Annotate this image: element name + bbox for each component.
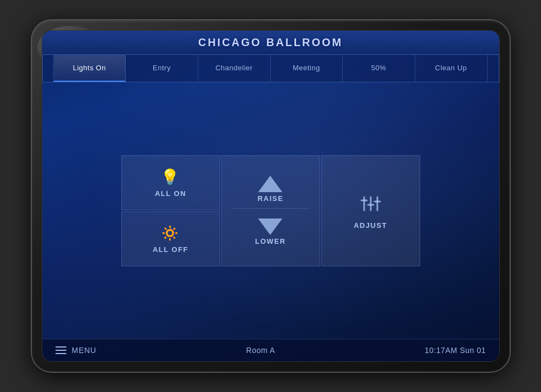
tab-spacer-right — [488, 55, 499, 82]
bulb-on-icon: 💡 — [160, 168, 181, 186]
adjust-button[interactable]: ADJUST — [321, 155, 420, 266]
menu-icon — [55, 346, 66, 354]
footer: MENU Room A 10:17AM Sun 01 — [42, 339, 499, 361]
tab-spacer-left — [43, 55, 54, 82]
tab-meeting[interactable]: Meeting — [271, 55, 343, 82]
raise-lower-control[interactable]: RAISE LOWER — [221, 155, 320, 266]
lower-arrow-icon — [258, 219, 282, 235]
screen-header: CHICAGO BALLROOM — [42, 31, 499, 55]
raise-arrow-icon — [258, 176, 282, 192]
all-off-button[interactable]: 🔅 ALL OFF — [121, 211, 220, 266]
tab-chandelier[interactable]: Chandelier — [198, 55, 271, 82]
raise-label: RAISE — [258, 194, 283, 203]
page-title: CHICAGO BALLROOM — [42, 36, 499, 49]
menu-button[interactable]: MENU — [55, 346, 97, 355]
all-on-button[interactable]: 💡 ALL ON — [121, 155, 220, 210]
sliders-svg — [359, 192, 383, 216]
adjust-icon — [359, 192, 383, 216]
tab-50pct[interactable]: 50% — [343, 55, 415, 82]
raise-part: RAISE — [231, 176, 309, 209]
tab-lights-on[interactable]: Lights On — [54, 55, 126, 82]
device-frame: CHICAGO BALLROOM Lights On Entry Chandel… — [32, 20, 510, 372]
bulb-off-icon: 🔅 — [160, 224, 181, 242]
all-off-label: ALL OFF — [153, 245, 188, 254]
menu-line-3 — [55, 353, 66, 354]
screen: CHICAGO BALLROOM Lights On Entry Chandel… — [42, 30, 500, 362]
menu-line-2 — [55, 350, 66, 351]
menu-label: MENU — [72, 346, 97, 355]
tab-entry[interactable]: Entry — [126, 55, 198, 82]
adjust-label: ADJUST — [354, 221, 387, 229]
room-label: Room A — [246, 346, 275, 355]
menu-line-1 — [55, 346, 66, 348]
lower-part: LOWER — [255, 213, 286, 245]
nav-tabs: Lights On Entry Chandelier Meeting 50% C… — [42, 55, 499, 82]
time-display: 10:17AM Sun 01 — [425, 346, 486, 355]
controls-grid: 💡 ALL ON RAISE LOWER — [121, 155, 420, 266]
main-content: 💡 ALL ON RAISE LOWER — [42, 82, 499, 339]
all-on-label: ALL ON — [155, 189, 186, 198]
lower-label: LOWER — [255, 237, 286, 245]
tab-clean-up[interactable]: Clean Up — [415, 55, 488, 82]
